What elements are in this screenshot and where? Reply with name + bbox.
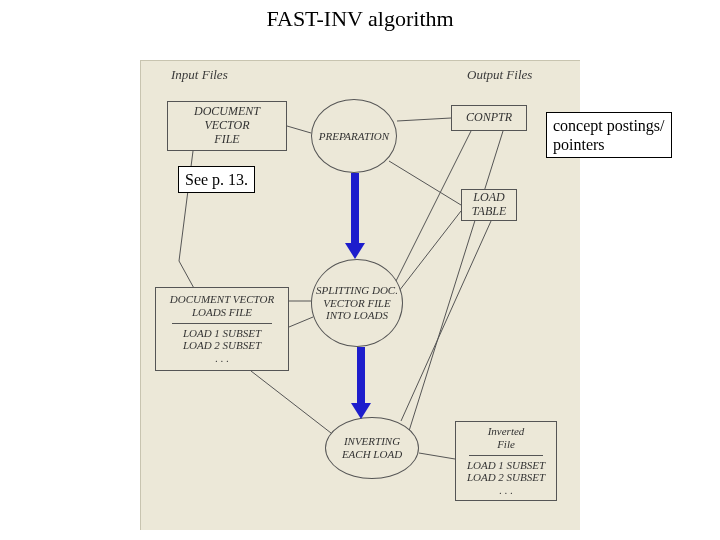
split-label: SPLITTING DOC. VECTOR FILE INTO LOADS [316,284,398,322]
conptr-box: CONPTR [451,105,527,131]
dvloads-sub2: LOAD 2 SUBSET [183,339,261,352]
svg-line-9 [419,453,455,459]
invfile-sub1: LOAD 1 SUBSET [467,459,545,472]
invert-label: INVERTING EACH LOAD [330,435,414,460]
docvec-line2: FILE [214,133,239,147]
invfile-title2: File [497,438,515,451]
dvloads-title: DOCUMENT VECTOR LOADS FILE [160,293,284,318]
splitting-node: SPLITTING DOC. VECTOR FILE INTO LOADS [311,259,403,347]
inverted-file-box: Inverted File LOAD 1 SUBSET LOAD 2 SUBSE… [455,421,557,501]
see-page-callout: See p. 13. [178,166,255,193]
loadtable-line1: LOAD [473,191,504,205]
svg-line-0 [287,126,311,133]
svg-line-5 [289,317,313,327]
divider-icon [172,323,271,324]
page-title: FAST-INV algorithm [0,6,720,32]
load-table-box: LOAD TABLE [461,189,517,221]
svg-line-6 [409,131,503,431]
svg-line-8 [251,371,331,433]
concept-line1: concept postings/ [553,116,665,135]
diagram-canvas: Input Files Output Files DOCUMENT VECTOR… [140,60,580,530]
divider-icon [469,455,543,456]
svg-line-3 [396,131,471,281]
concept-line2: pointers [553,135,665,154]
output-files-header: Output Files [467,67,532,83]
invfile-sub2: LOAD 2 SUBSET [467,471,545,484]
document-vector-loads-file-box: DOCUMENT VECTOR LOADS FILE LOAD 1 SUBSET… [155,287,289,371]
dvloads-sub1: LOAD 1 SUBSET [183,327,261,340]
loadtable-line2: TABLE [472,205,506,219]
concept-postings-callout: concept postings/ pointers [546,112,672,158]
inverting-node: INVERTING EACH LOAD [325,417,419,479]
dvloads-dots: . . . [215,352,229,365]
prep-label: PREPARATION [319,130,389,143]
conptr-label: CONPTR [466,111,512,125]
docvec-line1: DOCUMENT VECTOR [172,105,282,133]
svg-line-1 [397,118,451,121]
svg-line-7 [401,221,491,421]
input-files-header: Input Files [171,67,228,83]
svg-line-2 [389,161,461,205]
preparation-node: PREPARATION [311,99,397,173]
svg-line-4 [399,211,461,291]
document-vector-file-box: DOCUMENT VECTOR FILE [167,101,287,151]
invfile-dots: . . . [499,484,513,497]
invfile-title1: Inverted [488,425,525,438]
